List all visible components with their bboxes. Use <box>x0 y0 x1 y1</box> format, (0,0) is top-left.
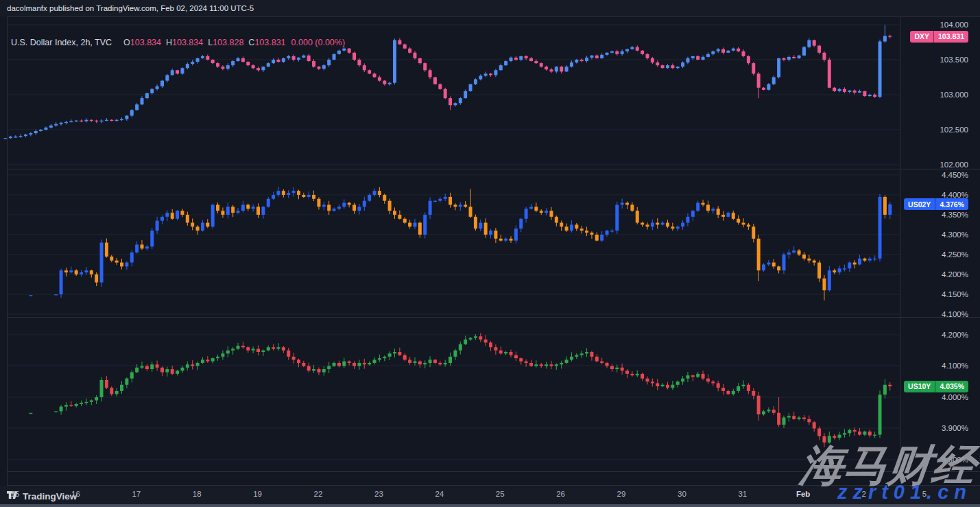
time-axis-label: 15 <box>0 490 30 498</box>
legend-ohlc: O103.834H103.834L103.828C103.831 <box>119 38 286 47</box>
time-axis-label: 18 <box>182 490 212 498</box>
price-tick-label: 102.500 <box>940 125 968 134</box>
us02y-candles[interactable] <box>29 187 892 300</box>
time-axis-label: 26 <box>546 490 576 498</box>
price-tick-label: 4.100% <box>942 361 968 370</box>
time-axis-label: 25 <box>485 490 515 498</box>
price-tick-label: 4.150% <box>942 290 968 299</box>
chart-area[interactable]: U.S. Dollar Index, 2h, TVCO103.834H103.8… <box>0 16 980 486</box>
price-tick-label: 4.000% <box>942 392 968 402</box>
time-axis-label: 17 <box>121 490 152 498</box>
legend-ohlc-value: 103.834 <box>172 38 203 47</box>
badge-symbol: DXY <box>910 31 933 43</box>
time-axis-label: 30 <box>667 490 697 498</box>
time-axis-label: 22 <box>303 490 333 498</box>
pane-separator-1[interactable] <box>7 169 980 169</box>
legend-ohlc-value: 103.831 <box>254 38 285 47</box>
badge-symbol: US02Y <box>904 198 935 210</box>
pane-separator-2[interactable] <box>7 317 980 318</box>
symbol-legend[interactable]: U.S. Dollar Index, 2h, TVCO103.834H103.8… <box>11 38 345 47</box>
us10y-price-badge: US10Y4.035% <box>904 381 968 392</box>
price-tick-label: 103.000 <box>940 90 968 99</box>
price-tick-label: 4.200% <box>942 270 968 279</box>
legend-ohlc-key: O <box>123 38 130 47</box>
frame-top-border <box>7 16 980 17</box>
legend-ohlc-value: 103.828 <box>213 38 243 47</box>
candlestick-layer[interactable] <box>0 16 980 502</box>
time-axis-label: 29 <box>606 490 636 498</box>
badge-value: 103.831 <box>933 31 968 43</box>
dxy-price-badge: DXY103.831 <box>910 31 968 43</box>
legend-title[interactable]: U.S. Dollar Index, 2h, TVC <box>11 38 112 47</box>
frame-left-border <box>7 16 8 486</box>
time-axis-label: 31 <box>728 490 758 498</box>
badge-value: 4.376% <box>935 198 968 210</box>
time-axis-label: 24 <box>425 490 455 498</box>
publish-text: dacolmanfx published on TradingView.com,… <box>7 4 254 12</box>
us10y-candles[interactable] <box>29 333 892 447</box>
badge-value: 4.035% <box>935 381 968 392</box>
price-tick-label: 4.300% <box>942 230 968 239</box>
bottom-edge-strip <box>0 504 980 507</box>
price-tick-label: 103.500 <box>940 55 968 64</box>
us02y-price-badge: US02Y4.376% <box>904 198 968 210</box>
publish-bar: dacolmanfx published on TradingView.com,… <box>0 0 980 16</box>
price-tick-label: 3.900% <box>942 423 968 433</box>
price-tick-label: 4.450% <box>942 170 968 180</box>
watermark-url: zzrt01.cn <box>837 481 972 504</box>
legend-ohlc-value: 103.834 <box>130 38 161 47</box>
price-tick-label: 4.350% <box>942 210 968 220</box>
time-axis-label: 23 <box>363 490 394 498</box>
tradingview-snapshot: dacolmanfx published on TradingView.com,… <box>0 0 980 507</box>
price-tick-label: 104.000 <box>940 20 968 30</box>
price-tick-label: 4.250% <box>942 250 968 259</box>
price-tick-label: 4.200% <box>942 330 968 340</box>
legend-change: 0.000 (0.00%) <box>291 38 346 47</box>
price-tick-label: 102.000 <box>940 160 968 169</box>
time-axis-label: 16 <box>60 490 91 498</box>
price-axis-separator <box>900 16 900 486</box>
badge-symbol: US10Y <box>904 381 935 392</box>
legend-ohlc-key: H <box>166 38 172 47</box>
time-axis-label: 19 <box>243 490 273 498</box>
